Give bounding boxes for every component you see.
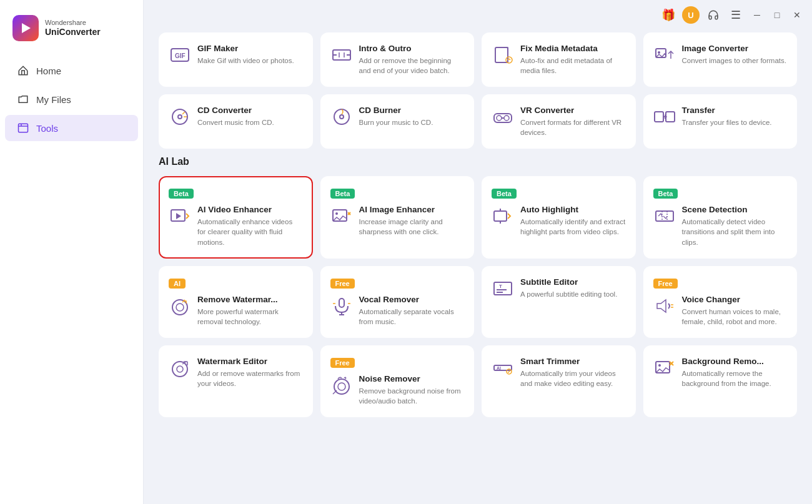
image-converter-desc: Convert images to other formats. — [682, 56, 786, 66]
ai-image-enhancer-desc: Increase image clarity and sharpness wit… — [359, 217, 465, 237]
tool-card-background-remover[interactable]: Background Remo... Automatically remove … — [643, 345, 798, 417]
svg-text:T: T — [499, 284, 502, 289]
tool-card-subtitle-editor[interactable]: T Subtitle Editor A powerful subtitle ed… — [482, 266, 636, 338]
titlebar: 🎁 U ☰ ─ □ ✕ — [144, 0, 812, 30]
svg-rect-41 — [339, 299, 344, 307]
gif-maker-info: GIF Maker Make Gif with video or photos. — [197, 44, 294, 66]
ai-image-enhancer-icon — [330, 205, 353, 227]
fix-metadata-desc: Auto-fix and edit metadata of media file… — [520, 56, 626, 76]
sidebar-item-tools[interactable]: Tools — [5, 115, 138, 141]
tool-card-vr-converter[interactable]: VR Converter Convert formats for differe… — [482, 94, 636, 149]
fix-metadata-icon — [492, 44, 514, 66]
subtitle-editor-info: Subtitle Editor A powerful subtitle edit… — [520, 277, 617, 299]
tool-card-smart-trimmer[interactable]: AI Smart Trimmer Automatically trim your… — [482, 345, 636, 417]
svg-marker-48 — [657, 300, 666, 312]
gif-maker-icon: GIF — [169, 44, 191, 66]
cd-burner-name: CD Burner — [359, 106, 433, 115]
tool-card-noise-remover[interactable]: Free Noise Remover Remove backgro — [320, 345, 475, 417]
maximize-button[interactable]: □ — [770, 7, 785, 22]
close-button[interactable]: ✕ — [790, 7, 805, 22]
cd-converter-info: CD Converter Convert music from CD. — [197, 106, 274, 127]
tool-card-auto-highlight[interactable]: Beta Auto Highlight Automatically identi… — [482, 176, 636, 258]
smart-trimmer-info: Smart Trimmer Automatically trim your vi… — [520, 357, 626, 388]
tool-card-ai-video-enhancer[interactable]: Beta AI Video Enhancer Automatically enh… — [159, 176, 313, 258]
svg-point-54 — [338, 383, 345, 390]
vocal-remover-info: Vocal Remover Automatically separate voc… — [359, 295, 465, 327]
user-avatar[interactable]: U — [682, 6, 700, 24]
svg-point-60 — [658, 364, 661, 367]
tool-card-gif-maker[interactable]: GIF GIF Maker Make Gif with video or pho… — [159, 32, 313, 87]
svg-point-12 — [506, 57, 512, 63]
noise-remover-desc: Remove background noise from video/audio… — [359, 386, 465, 406]
tool-card-image-converter[interactable]: Image Converter Convert images to other … — [643, 32, 798, 87]
tool-card-remove-watermark[interactable]: AI Remove Watermar... More powerful wate… — [159, 266, 313, 338]
tool-card-cd-burner[interactable]: CD Burner Burn your music to CD. — [320, 94, 475, 149]
tool-card-fix-metadata[interactable]: Fix Media Metadata Auto-fix and edit met… — [482, 32, 636, 87]
tool-card-vocal-remover[interactable]: Free Vocal Remover — [320, 266, 475, 338]
ai-video-enhancer-icon — [169, 205, 191, 227]
svg-point-32 — [335, 212, 338, 215]
tool-card-scene-detection[interactable]: Beta Scene Detection Automaticall — [643, 176, 798, 258]
watermark-editor-info: Watermark Editor Add or remove watermark… — [197, 357, 303, 388]
svg-text:AI: AI — [497, 366, 501, 370]
background-remover-name: Background Remo... — [682, 357, 788, 366]
vocal-remover-icon — [330, 295, 353, 317]
badge-auto-highlight: Beta — [492, 189, 517, 199]
tool-card-voice-changer[interactable]: Free Voice Changer Convert human voices … — [643, 266, 798, 338]
svg-text:GIF: GIF — [175, 52, 186, 59]
tool-card-watermark-editor[interactable]: Watermark Editor Add or remove watermark… — [159, 345, 313, 417]
sidebar-item-home[interactable]: Home — [5, 57, 138, 84]
voice-changer-desc: Convert human voices to male, female, ch… — [682, 307, 788, 327]
sidebar-item-tools-label: Tools — [36, 123, 58, 134]
watermark-editor-icon — [169, 357, 191, 379]
tools-icon — [17, 122, 29, 134]
noise-remover-icon — [330, 374, 353, 397]
badge-scene-detection: Beta — [653, 189, 678, 199]
voice-changer-icon — [653, 295, 676, 317]
minimize-button[interactable]: ─ — [750, 7, 765, 22]
intro-outro-info: Intro & Outro Add or remove the beginnin… — [359, 44, 465, 76]
remove-watermark-name: Remove Watermar... — [197, 295, 303, 304]
cd-burner-info: CD Burner Burn your music to CD. — [359, 106, 433, 127]
ai-video-enhancer-info: AI Video Enhancer Automatically enhance … — [197, 205, 303, 247]
remove-watermark-info: Remove Watermar... More powerful waterma… — [197, 295, 303, 327]
intro-outro-desc: Add or remove the beginning and end of y… — [359, 56, 465, 76]
transfer-name: Transfer — [682, 106, 772, 115]
remove-watermark-icon — [169, 295, 191, 317]
badge-vocal-remover: Free — [330, 279, 355, 289]
product-name: UniConverter — [45, 27, 101, 37]
logo-icon — [12, 15, 39, 41]
gift-icon[interactable]: 🎁 — [660, 6, 677, 24]
svg-point-23 — [497, 116, 502, 121]
badge-noise-remover: Free — [330, 358, 355, 368]
headset-icon[interactable] — [705, 6, 722, 24]
image-converter-name: Image Converter — [682, 44, 786, 53]
sidebar: Wondershare UniConverter Home My Files T… — [0, 0, 144, 504]
menu-icon[interactable]: ☰ — [727, 6, 745, 24]
tool-card-transfer[interactable]: Transfer Transfer your files to device. — [643, 94, 798, 149]
cd-converter-name: CD Converter — [197, 106, 274, 115]
scene-detection-info: Scene Detection Automatically detect vid… — [682, 205, 788, 247]
background-remover-info: Background Remo... Automatically remove … — [682, 357, 788, 388]
tool-card-ai-image-enhancer[interactable]: Beta AI Image Enhancer Increase i — [320, 176, 475, 258]
background-remover-desc: Automatically remove the background from… — [682, 368, 788, 388]
sidebar-item-myfiles-label: My Files — [36, 94, 71, 105]
remove-watermark-desc: More powerful watermark removal technolo… — [197, 307, 303, 327]
brand-name: Wondershare — [45, 19, 101, 27]
svg-marker-0 — [22, 23, 31, 33]
sidebar-item-home-label: Home — [36, 66, 61, 76]
svg-rect-1 — [19, 124, 28, 132]
sidebar-item-myfiles[interactable]: My Files — [5, 86, 138, 112]
image-converter-info: Image Converter Convert images to other … — [682, 44, 786, 66]
auto-highlight-icon — [492, 205, 514, 227]
svg-point-40 — [176, 304, 184, 311]
svg-point-53 — [334, 379, 349, 394]
svg-point-19 — [178, 115, 182, 119]
tool-card-intro-outro[interactable]: Intro & Outro Add or remove the beginnin… — [320, 32, 475, 87]
vr-converter-info: VR Converter Convert formats for differe… — [520, 106, 626, 137]
gif-maker-desc: Make Gif with video or photos. — [197, 56, 294, 66]
vr-converter-name: VR Converter — [520, 106, 626, 115]
badge-ai-image-enhancer: Beta — [330, 189, 355, 199]
smart-trimmer-name: Smart Trimmer — [520, 357, 626, 366]
tool-card-cd-converter[interactable]: CD Converter Convert music from CD. — [159, 94, 313, 149]
